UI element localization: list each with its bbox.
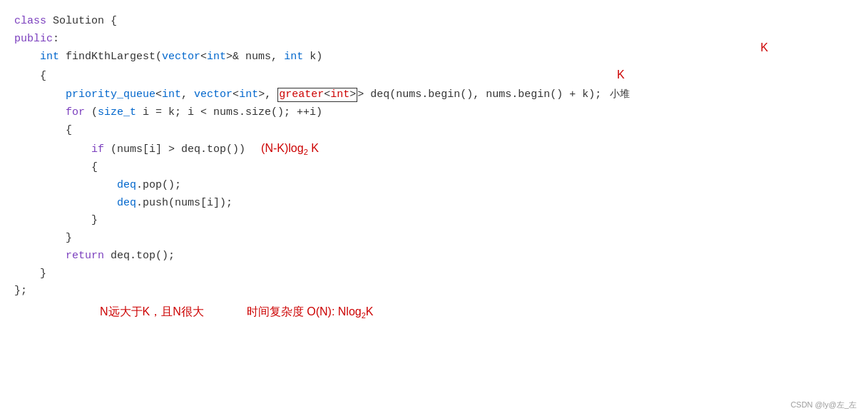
int-type: int (207, 49, 226, 66)
close-brace-class: }; (14, 283, 27, 300)
close-brace-inner: } (14, 212, 98, 230)
code-line-4: { K (14, 66, 854, 86)
indent-8 (14, 141, 91, 159)
code-line-8: if (nums[i] > deq.top()) (N-K)log2 K (14, 139, 854, 159)
angle-open: < (200, 49, 207, 66)
indent-10 (14, 177, 117, 195)
indent-3 (14, 49, 40, 66)
code-container: class Solution { public : int findKthLar… (0, 0, 868, 416)
log-k: K (366, 305, 374, 318)
indent-4: { (14, 68, 46, 86)
priority-queue-type: priority_queue (66, 86, 155, 104)
keyword-public: public (14, 31, 53, 49)
pq-vec-open: < (233, 86, 239, 104)
greater-keyword: greater (279, 88, 324, 101)
return-type: int (40, 49, 59, 66)
angle-close-ref: >& nums, (226, 49, 284, 66)
indent-5 (14, 86, 66, 104)
indent-6 (14, 104, 66, 122)
code-line-5: priority_queue < int , vector < int >, g… (14, 86, 854, 104)
code-line-7: { (14, 122, 854, 140)
size-t-type: size_t (98, 104, 136, 122)
bottom-left-text: N远大于K，且N很大 (100, 305, 204, 320)
deq-pop: deq (117, 177, 136, 195)
k-param: k) (303, 49, 322, 66)
int-param: int (284, 49, 303, 66)
deq-push: deq (117, 195, 136, 213)
code-line-12: } (14, 212, 854, 230)
time-complexity-label: 时间复杂度 O(N): Nlog (247, 305, 362, 318)
class-name: Solution { (46, 13, 117, 31)
k-annotation-overlay: K (760, 41, 768, 55)
indent-14 (14, 248, 66, 265)
bottom-right-text: 时间复杂度 O(N): Nlog2K (247, 305, 374, 320)
code-line-3: int findKthLargest( vector < int >& nums… (14, 49, 854, 66)
code-line-11: deq .push(nums[i]); (14, 195, 854, 213)
code-line-1: class Solution { (14, 13, 854, 31)
k-label: K (760, 41, 768, 54)
code-line-16: }; (14, 283, 854, 300)
small-heap-label: 小堆 (610, 86, 630, 102)
push-call: .push(nums[i]); (136, 195, 233, 213)
close-brace-for: } (14, 230, 72, 248)
close-brace-func: } (14, 265, 46, 283)
if-keyword: if (91, 141, 104, 159)
code-line-2: public : (14, 31, 854, 49)
greater-highlighted: greater<int> (277, 88, 357, 102)
code-line-13: } (14, 230, 854, 248)
return-value: deq.top(); (104, 248, 175, 265)
code-line-10: deq .pop(); (14, 177, 854, 195)
code-line-6: for ( size_t i = k; i < nums.size(); ++i… (14, 104, 854, 122)
return-keyword: return (66, 248, 104, 265)
colon: : (53, 31, 59, 49)
func-name: findKthLargest( (59, 49, 162, 66)
pq-open: < (155, 86, 162, 104)
for-body: i = k; i < nums.size(); ++i) (136, 104, 322, 122)
for-keyword: for (66, 104, 85, 122)
pq-int1: int (162, 86, 181, 104)
watermark: CSDN @ly@左_左 (790, 400, 857, 410)
indent-7: { (14, 122, 72, 140)
code-line-14: return deq.top(); (14, 248, 854, 265)
pop-call: .pop(); (136, 177, 181, 195)
vector-keyword: vector (162, 49, 200, 66)
nk-log-annotation: (N-K)log2 K (261, 139, 319, 158)
pq-comma1: , (181, 86, 194, 104)
pq-close: > deq(nums.begin(), nums.begin() + k); (357, 86, 601, 104)
bottom-annotation: N远大于K，且N很大 时间复杂度 O(N): Nlog2K (14, 305, 854, 320)
code-line-15: } (14, 265, 854, 283)
annotation-k: K (617, 66, 625, 84)
keyword-class: class (14, 13, 46, 31)
pq-int2: int (239, 86, 258, 104)
for-open: ( (85, 104, 98, 122)
greater-close: > (349, 88, 356, 101)
pq-vec-close: >, (258, 86, 277, 104)
code-line-9: { (14, 159, 854, 177)
greater-int: int (330, 88, 349, 101)
indent-9: { (14, 159, 98, 177)
pq-vector: vector (194, 86, 233, 104)
if-condition: (nums[i] > deq.top()) (104, 141, 245, 159)
indent-11 (14, 195, 117, 213)
greater-open: < (324, 88, 330, 101)
